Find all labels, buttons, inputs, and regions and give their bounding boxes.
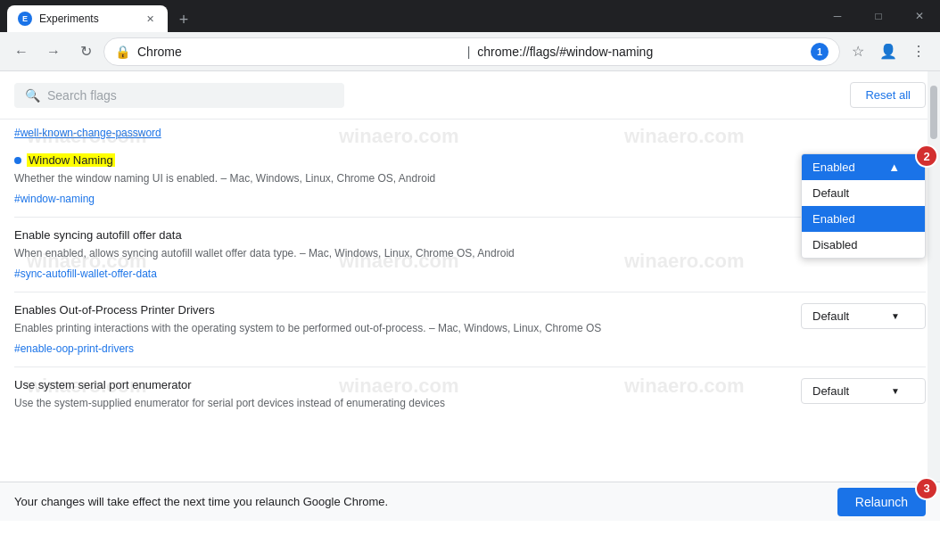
chevron-up-icon: ▲ bbox=[888, 161, 900, 174]
flag-anchor-oop-print[interactable]: #enable-oop-print-drivers bbox=[14, 342, 134, 355]
search-placeholder: Search flags bbox=[47, 88, 117, 103]
flag-name-text: Window Naming bbox=[27, 153, 115, 167]
forward-button[interactable]: → bbox=[39, 37, 68, 66]
refresh-button[interactable]: ↻ bbox=[71, 37, 100, 66]
new-tab-button[interactable]: + bbox=[171, 7, 196, 32]
flag-item-serial-port: Use system serial port enumerator Use th… bbox=[14, 367, 926, 425]
relaunch-section: Relaunch 3 bbox=[837, 488, 926, 516]
relaunch-button[interactable]: Relaunch bbox=[837, 488, 926, 516]
nav-actions: ☆ 👤 ⋮ bbox=[844, 37, 933, 66]
scrollbar-thumb[interactable] bbox=[930, 86, 937, 139]
bottom-message: Your changes will take effect the next t… bbox=[14, 495, 388, 508]
dropdown-selected-value: Enabled bbox=[812, 161, 855, 174]
flag-desc-sync-autofill: When enabled, allows syncing autofill wa… bbox=[14, 245, 787, 261]
menu-button[interactable]: ⋮ bbox=[904, 37, 933, 66]
tab-strip: E Experiments ✕ + bbox=[0, 0, 196, 32]
address-url[interactable]: chrome://flags/#window-naming bbox=[477, 45, 800, 59]
flag-info-sync-autofill: Enable syncing autofill offer data When … bbox=[14, 228, 787, 281]
address-separator: | bbox=[467, 45, 471, 59]
annotation-badge-3: 3 bbox=[915, 477, 938, 500]
dropdown-value: Default bbox=[812, 384, 849, 398]
chevron-down-icon: ▼ bbox=[891, 386, 900, 396]
flag-item-oop-print: Enables Out-of-Process Printer Drivers E… bbox=[14, 292, 926, 367]
tab-title: Experiments bbox=[39, 12, 136, 25]
flag-link-above[interactable]: #well-known-change-password bbox=[14, 119, 926, 143]
address-browser: Chrome bbox=[137, 45, 460, 59]
flag-desc-oop-print: Enables printing interactions with the o… bbox=[14, 320, 787, 336]
dropdown-option-disabled[interactable]: Disabled bbox=[802, 232, 925, 258]
flag-info-oop-print: Enables Out-of-Process Printer Drivers E… bbox=[14, 303, 787, 356]
flag-info-window-naming: Window Naming Whether the window naming … bbox=[14, 153, 787, 206]
dropdown-button-serial-port[interactable]: Default ▼ bbox=[801, 378, 926, 404]
bookmark-button[interactable]: ☆ bbox=[844, 37, 872, 66]
search-flags-input[interactable]: 🔍 Search flags bbox=[14, 83, 344, 108]
flag-desc-window-naming: Whether the window naming UI is enabled.… bbox=[14, 170, 787, 186]
maximize-button[interactable]: □ bbox=[858, 0, 899, 32]
flag-anchor-window-naming[interactable]: #window-naming bbox=[14, 193, 95, 205]
flag-item-sync-autofill: Enable syncing autofill offer data When … bbox=[14, 218, 926, 292]
flag-item-window-naming: Window Naming Whether the window naming … bbox=[14, 143, 926, 218]
close-window-button[interactable]: ✕ bbox=[899, 0, 940, 32]
flag-name-text: Enable syncing autofill offer data bbox=[14, 228, 182, 242]
page-content: winaero.com winaero.com winaero.com wina… bbox=[0, 71, 940, 521]
annotation-badge-2: 2 bbox=[915, 144, 938, 168]
flag-title-sync-autofill: Enable syncing autofill offer data bbox=[14, 228, 787, 242]
tab-close-button[interactable]: ✕ bbox=[143, 12, 157, 26]
flag-desc-serial-port: Use the system-supplied enumerator for s… bbox=[14, 395, 787, 411]
address-bar[interactable]: 🔒 Chrome | chrome://flags/#window-naming… bbox=[103, 37, 840, 66]
dropdown-option-enabled[interactable]: Enabled bbox=[802, 206, 925, 232]
profile-button[interactable]: 👤 bbox=[874, 37, 903, 66]
flag-info-serial-port: Use system serial port enumerator Use th… bbox=[14, 378, 787, 415]
flag-title-window-naming: Window Naming bbox=[14, 153, 787, 167]
search-bar-row: 🔍 Search flags Reset all bbox=[0, 71, 940, 119]
flag-control-serial-port: Default ▼ bbox=[801, 378, 926, 404]
flag-name-text: Enables Out-of-Process Printer Drivers bbox=[14, 303, 215, 317]
reset-all-button[interactable]: Reset all bbox=[850, 82, 926, 108]
site-info-icon: 🔒 bbox=[115, 45, 130, 59]
flag-control-oop-print: Default ▼ bbox=[801, 303, 926, 329]
minimize-button[interactable]: ─ bbox=[817, 0, 858, 32]
bottom-bar: Your changes will take effect the next t… bbox=[0, 482, 940, 521]
active-tab[interactable]: E Experiments ✕ bbox=[7, 5, 168, 32]
scrollbar[interactable] bbox=[928, 71, 940, 521]
window-controls: ─ □ ✕ bbox=[817, 0, 940, 32]
dropdown-open-window-naming[interactable]: Enabled ▲ Default Enabled Disabled bbox=[801, 153, 926, 259]
back-button[interactable]: ← bbox=[7, 37, 36, 66]
title-bar: E Experiments ✕ + ─ □ ✕ bbox=[0, 0, 940, 32]
flag-title-serial-port: Use system serial port enumerator bbox=[14, 378, 787, 391]
dropdown-option-default[interactable]: Default bbox=[802, 180, 925, 206]
flags-list: #well-known-change-password Window Namin… bbox=[0, 119, 940, 425]
tab-favicon: E bbox=[18, 12, 32, 26]
search-icon: 🔍 bbox=[25, 88, 40, 103]
nav-bar: ← → ↻ 🔒 Chrome | chrome://flags/#window-… bbox=[0, 32, 940, 71]
chevron-down-icon: ▼ bbox=[891, 311, 900, 321]
flag-dot bbox=[14, 157, 21, 164]
flag-name-text: Use system serial port enumerator bbox=[14, 378, 192, 391]
dropdown-header[interactable]: Enabled ▲ bbox=[802, 154, 925, 180]
dropdown-button-oop-print[interactable]: Default ▼ bbox=[801, 303, 926, 329]
dropdown-value: Default bbox=[812, 309, 849, 323]
flag-title-oop-print: Enables Out-of-Process Printer Drivers bbox=[14, 303, 787, 317]
flag-anchor-sync-autofill[interactable]: #sync-autofill-wallet-offer-data bbox=[14, 268, 157, 280]
annotation-badge-1: 1 bbox=[811, 43, 829, 61]
